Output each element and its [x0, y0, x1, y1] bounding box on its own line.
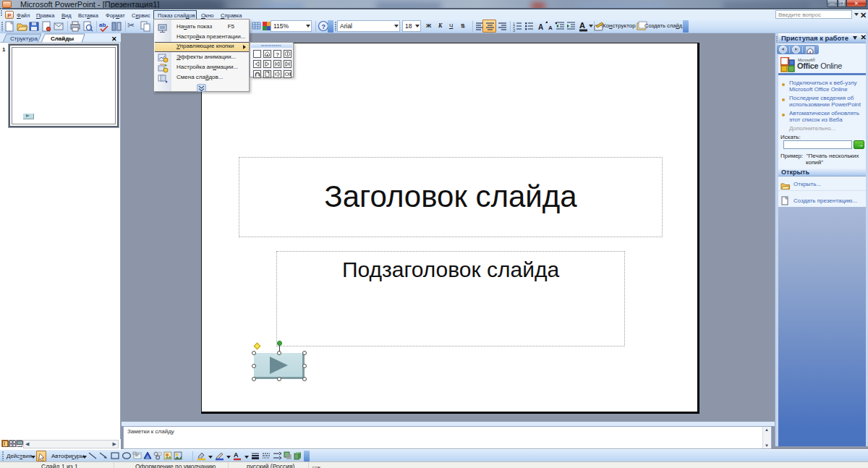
- svg-text:?: ?: [322, 23, 326, 30]
- svg-text:3: 3: [513, 28, 515, 33]
- svg-text:ab: ab: [99, 22, 106, 28]
- svg-text:Слайды: Слайды: [51, 35, 74, 42]
- svg-text:?: ?: [276, 51, 279, 57]
- svg-text:A: A: [579, 21, 585, 30]
- svg-text:A: A: [538, 23, 543, 31]
- svg-text:A: A: [548, 25, 553, 31]
- svg-text:A: A: [234, 451, 239, 459]
- svg-text:Структура: Структура: [10, 35, 38, 42]
- svg-text:✕: ✕: [111, 35, 117, 43]
